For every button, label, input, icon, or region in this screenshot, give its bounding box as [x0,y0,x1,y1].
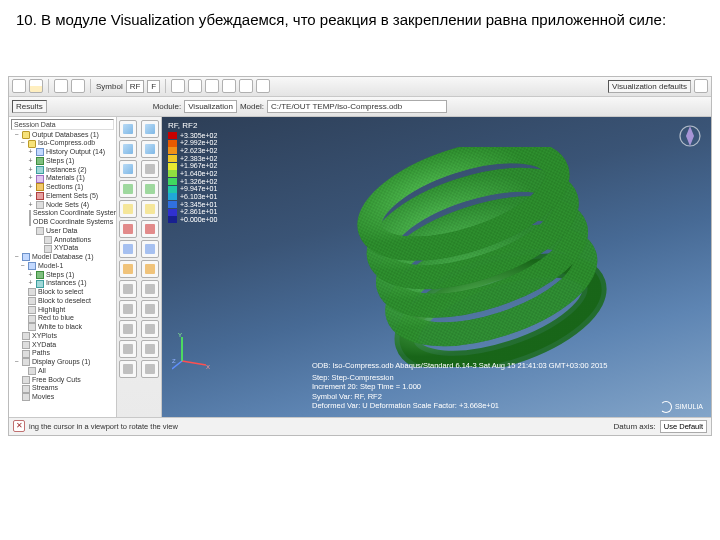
plot-contours-icon[interactable] [119,160,137,178]
tree-item[interactable]: Red to blue [11,314,114,323]
legend-entry: +2.992e+02 [168,139,217,147]
tree-item[interactable]: −Output Databases (1) [11,131,114,140]
print-icon[interactable] [29,79,43,93]
tree-item[interactable]: −Model Database (1) [11,253,114,262]
field-output-icon[interactable] [119,280,137,298]
plot-deformed-icon[interactable] [119,140,137,158]
results-button[interactable]: Results [12,100,47,113]
result-mesh [352,147,612,367]
animate-icon[interactable] [119,240,137,258]
view-cut-icon[interactable] [119,320,137,338]
plot-undeformed-icon[interactable] [119,120,137,138]
tree-item[interactable]: −Display Groups (1) [11,358,114,367]
legend-entry: +1.640e+02 [168,170,217,178]
tree-item[interactable]: White to black [11,323,114,332]
tree-item[interactable]: Block to select [11,288,114,297]
tree-item[interactable]: Movies [11,393,114,402]
axis-triad: X Y Z [172,331,212,371]
node-symbols-icon[interactable] [141,180,159,198]
overlay-icon[interactable] [119,200,137,218]
undo-icon[interactable] [54,79,68,93]
status-symbol-var: Symbol Var: RF, RF2 [312,392,607,401]
tree-item[interactable]: +Materials (1) [11,174,114,183]
legend-entry: +2.861e+01 [168,208,217,216]
tree-item[interactable]: −Iso-Compress.odb [11,139,114,148]
legend-entry: +1.326e+02 [168,178,217,186]
tree-item[interactable]: XYPlots [11,332,114,341]
wireframe-icon[interactable] [141,140,159,158]
display-defaults-dropdown[interactable]: Visualization defaults [608,80,691,93]
status-step: Step: Step-Compression [312,373,607,382]
tool-icon[interactable] [239,79,253,93]
tree-item[interactable]: +Element Sets (5) [11,192,114,201]
tree-item[interactable]: Highlight [11,306,114,315]
tree-item[interactable]: Session Coordinate Systems [11,209,114,218]
tree-item[interactable]: −Model-1 [11,262,114,271]
path-icon[interactable] [141,340,159,358]
separator [165,79,166,93]
tree-item[interactable]: +Instances (2) [11,166,114,175]
tool-icon[interactable] [256,79,270,93]
report-icon[interactable] [119,300,137,318]
tree-item[interactable]: +Steps (1) [11,271,114,280]
common-options-icon[interactable] [119,220,137,238]
tree-item[interactable]: Free Body Cuts [11,376,114,385]
free-body-icon[interactable] [119,340,137,358]
model-path-dropdown[interactable]: C:/TE/OUT TEMP/Iso-Compress.odb [267,100,447,113]
material-orient-icon[interactable] [141,200,159,218]
apply-icon[interactable] [694,79,708,93]
status-deformed-var: Deformed Var: U Deformation Scale Factor… [312,401,607,410]
tree-item[interactable]: +Steps (1) [11,157,114,166]
redo-icon[interactable] [71,79,85,93]
tree-item[interactable]: Streams [11,384,114,393]
datum-label: Datum axis: [614,422,656,431]
variable-dropdown[interactable]: RF [126,80,145,93]
probe-values-icon[interactable] [141,280,159,298]
tree-item[interactable]: Block to deselect [11,297,114,306]
module-dropdown[interactable]: Visualization [184,100,237,113]
tree-item[interactable]: ODB Coordinate Systems [11,218,114,227]
simulia-logo: SIMULIA [660,401,703,413]
options-icon[interactable] [141,360,159,378]
tree-item[interactable]: +Node Sets (4) [11,201,114,210]
tree-item[interactable]: Paths [11,349,114,358]
tree-item[interactable]: Annotations [11,236,114,245]
stream-icon[interactable] [141,320,159,338]
overlay-plot-icon[interactable] [141,160,159,178]
tool-icon[interactable] [188,79,202,93]
vertical-toolbox [117,117,162,417]
tree-item[interactable]: XYData [11,244,114,253]
legend-entry: +2.383e+02 [168,155,217,163]
shaded-icon[interactable] [141,120,159,138]
query-icon[interactable] [141,300,159,318]
tree-item[interactable]: User Data [11,227,114,236]
status-increment: Increment 20: Step Time = 1.000 [312,382,607,391]
animate-scale-icon[interactable] [141,240,159,258]
plot-symbols-icon[interactable] [119,180,137,198]
tool-icon[interactable] [222,79,236,93]
model-label: Model: [240,102,264,111]
view-compass-icon[interactable] [677,123,703,149]
tree-item[interactable]: +Instances (1) [11,279,114,288]
tool-icon[interactable] [171,79,185,93]
dismiss-icon[interactable]: ✕ [13,420,25,432]
odb-display-icon[interactable] [119,360,137,378]
component-dropdown[interactable]: F [147,80,160,93]
open-icon[interactable] [12,79,26,93]
legend-entry: +9.947e+01 [168,185,217,193]
status-odb: ODB: Iso-Compress.odb Abaqus/Standard 6.… [312,361,607,370]
model-tree[interactable]: Session Data −Output Databases (1)−Iso-C… [9,117,117,417]
module-label: Module: [153,102,181,111]
viewport[interactable]: RF, RF2 +3.305e+02+2.992e+02+2.623e+02+2… [162,117,711,417]
xy-data-icon[interactable] [119,260,137,278]
tool-icon[interactable] [205,79,219,93]
tree-item[interactable]: XYData [11,341,114,350]
tree-item[interactable]: +Sections (1) [11,183,114,192]
legend-entry: +0.000e+00 [168,216,217,224]
display-group-icon[interactable] [141,220,159,238]
svg-text:Z: Z [172,358,176,364]
datum-dropdown[interactable]: Use Default [660,420,707,433]
xy-plot-icon[interactable] [141,260,159,278]
tree-item[interactable]: All [11,367,114,376]
tree-item[interactable]: +History Output (14) [11,148,114,157]
